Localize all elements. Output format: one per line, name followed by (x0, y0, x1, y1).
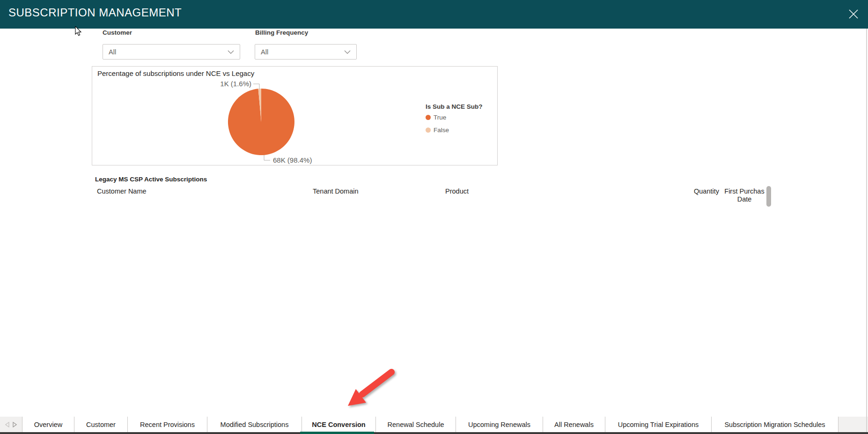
tab-nav-arrows (0, 417, 22, 432)
legend-title: Is Sub a NCE Sub? (426, 103, 483, 110)
column-header-quantity[interactable]: Quantity (674, 187, 719, 195)
billing-frequency-filter-label: Billing Frequency (255, 29, 308, 36)
close-icon (847, 8, 860, 20)
page-title: SUBSCRIPTION MANAGEMENT (8, 6, 182, 19)
pie-data-label-true: 68K (98.4%) (273, 156, 312, 164)
customer-filter-label: Customer (103, 29, 132, 36)
billing-frequency-filter-dropdown[interactable]: All (255, 44, 357, 60)
window-bottom-edge (0, 432, 868, 434)
chevron-down-icon (228, 50, 234, 54)
legend-swatch-false-icon (426, 127, 431, 133)
legend-swatch-true-icon (426, 115, 431, 120)
tab-upcoming-renewals[interactable]: Upcoming Renewals (456, 417, 543, 432)
mouse-pointer-icon (75, 26, 82, 37)
red-arrow-icon (328, 361, 412, 412)
next-tabs-icon[interactable] (13, 422, 17, 427)
pie-data-label-false: 1K (1.6%) (220, 80, 251, 88)
tab-renewal-schedule[interactable]: Renewal Schedule (375, 417, 456, 432)
pie-legend: Is Sub a NCE Sub? True False (426, 103, 483, 139)
column-header-first-purchase-date[interactable]: First Purchas Date (723, 187, 766, 203)
pie-chart-card: Percentage of subscriptions under NCE vs… (92, 66, 498, 165)
dialog-titlebar: SUBSCRIPTION MANAGEMENT (0, 0, 868, 29)
pie-slices (228, 89, 294, 155)
column-header-product[interactable]: Product (445, 187, 469, 195)
close-button[interactable] (846, 6, 861, 22)
tab-upcoming-trial-expirations[interactable]: Upcoming Trial Expirations (605, 417, 711, 432)
tab-modified-subscriptions[interactable]: Modified Subscriptions (207, 417, 302, 432)
customer-filter-dropdown[interactable]: All (103, 44, 240, 60)
subscription-management-dialog: SUBSCRIPTION MANAGEMENT Customer All Bil… (0, 0, 868, 434)
window-right-edge (866, 29, 867, 434)
active-tab-underline (300, 432, 374, 434)
table-vertical-scrollbar[interactable] (766, 186, 771, 207)
previous-tabs-icon[interactable] (5, 422, 9, 427)
table-title: Legacy MS CSP Active Subscriptions (95, 176, 207, 183)
legend-item-false[interactable]: False (426, 127, 483, 134)
tab-recent-provisions[interactable]: Recent Provisions (127, 417, 207, 432)
column-header-first-purchase-line1: First Purchas (723, 187, 766, 195)
legend-label-false: False (434, 127, 449, 134)
chevron-down-icon (344, 50, 351, 54)
column-header-tenant-domain[interactable]: Tenant Domain (313, 187, 359, 195)
legend-item-true[interactable]: True (426, 114, 483, 121)
pie-leader-line-small (253, 84, 259, 89)
tab-subscription-migration-schedules[interactable]: Subscription Migration Schedules (711, 417, 838, 432)
tab-all-renewals[interactable]: All Renewals (543, 417, 605, 432)
column-header-customer-name[interactable]: Customer Name (97, 187, 147, 195)
tabbar-filler (838, 417, 868, 432)
customer-filter-value: All (109, 48, 224, 56)
billing-frequency-filter-value: All (261, 48, 340, 56)
pie-leader-line-large (264, 155, 270, 160)
tab-overview[interactable]: Overview (22, 417, 74, 432)
report-page-tabbar: Overview Customer Recent Provisions Modi… (0, 417, 868, 432)
legend-label-true: True (434, 114, 446, 121)
tab-customer[interactable]: Customer (74, 417, 127, 432)
column-header-first-purchase-line2: Date (723, 195, 766, 203)
tab-nce-conversion[interactable]: NCE Conversion (302, 417, 375, 432)
